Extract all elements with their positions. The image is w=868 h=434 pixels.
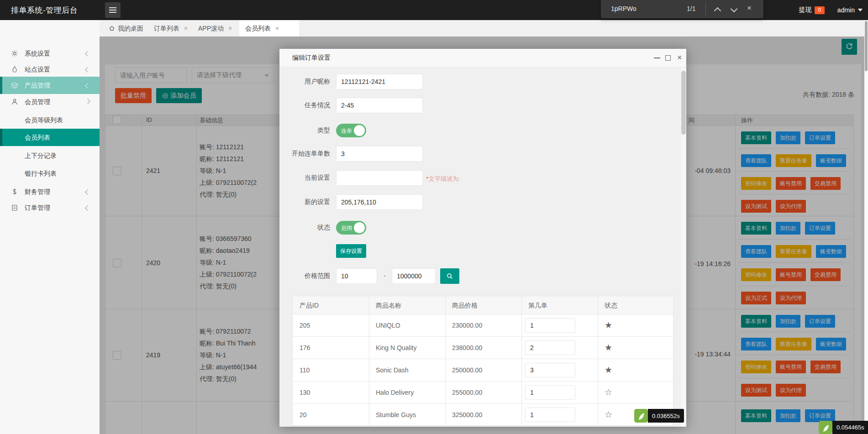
dialog-title: 编辑订单设置 (292, 54, 331, 62)
edit-order-settings-dialog: 编辑订单设置 × 用户昵称 任务情况 类型 连单 开始连单单数 当前设置 *文字… (279, 49, 686, 427)
sidebar-item-label: 财务管理 (25, 183, 50, 200)
field-label-price-range: 价格范围 (279, 272, 330, 280)
sidebar-item-member-list[interactable]: 会员列表 (0, 129, 100, 146)
field-label-new-setting: 新的设置 (279, 198, 330, 206)
product-price: 325000.00 (452, 411, 482, 418)
sidebar-item-updown-records[interactable]: 上下分记录 (0, 147, 100, 164)
note-text: 文字描述为: (429, 175, 460, 182)
dialog-header: 编辑订单设置 × (279, 49, 686, 67)
sidebar-item-system-settings[interactable]: 系统设置 (0, 45, 100, 62)
header-right: 提现 0 admin (799, 0, 863, 20)
order-number-input[interactable] (525, 318, 575, 333)
sidebar-subitem-label: 上下分记录 (25, 147, 57, 164)
chevron-left-icon (85, 67, 90, 72)
product-id: 130 (300, 389, 310, 396)
tab-app-scroll[interactable]: APP滚动× (198, 20, 232, 37)
col-product-id: 产品ID (300, 302, 319, 310)
star-icon[interactable]: ★ (605, 320, 612, 330)
price-max-input[interactable] (392, 268, 436, 284)
product-id: 20 (300, 411, 307, 418)
close-icon[interactable]: × (275, 25, 279, 32)
maximize-icon[interactable] (665, 55, 671, 61)
sidebar-item-product-management[interactable]: 产品管理 (0, 77, 100, 94)
product-id: 176 (300, 344, 310, 351)
product-price: 250000.00 (452, 366, 482, 374)
star-icon[interactable]: ★ (605, 342, 612, 353)
star-icon[interactable]: ☆ (605, 387, 612, 397)
drop-icon (11, 66, 18, 73)
product-name: King N Quality (376, 344, 416, 351)
product-row: 130 Halo Delivery 255000.00 ☆ (293, 382, 673, 404)
sidebar-subitem-label: 会员列表 (25, 129, 50, 146)
find-previous-icon[interactable] (714, 7, 721, 15)
search-icon (446, 272, 453, 280)
products-table: 产品ID 商品名称 商品价格 第几单 状态 205 UNIQLO 230000.… (292, 296, 673, 426)
product-id: 205 (300, 322, 310, 329)
order-number-input[interactable] (525, 408, 575, 422)
current-setting-input[interactable] (336, 170, 423, 186)
tab-member-list[interactable]: 会员列表× (239, 20, 299, 37)
scrollbar-thumb[interactable] (865, 21, 868, 71)
sidebar-item-member-level-list[interactable]: 会员等级列表 (0, 111, 100, 129)
order-number-input[interactable] (525, 363, 575, 377)
field-label-nickname: 用户昵称 (279, 78, 330, 86)
price-min-input[interactable] (336, 268, 377, 284)
close-icon[interactable]: × (228, 25, 232, 32)
start-count-input[interactable] (336, 146, 423, 162)
product-row: 176 King N Quality 238000.00 ★ (293, 337, 673, 359)
perf-badge-inner: 0.036552s (634, 409, 684, 423)
hamburger-menu-icon[interactable] (105, 2, 121, 18)
product-price: 255000.00 (452, 389, 482, 396)
user-menu[interactable]: admin (837, 6, 863, 14)
dialog-scrollbar[interactable]: ▾ (681, 67, 686, 427)
field-label-status: 状态 (279, 224, 330, 232)
minimize-icon[interactable] (654, 58, 660, 58)
status-toggle[interactable]: 启用 (336, 221, 366, 235)
sidebar-item-site-settings[interactable]: 站点设置 (0, 61, 100, 78)
sidebar-item-bank-card-list[interactable]: 银行卡列表 (0, 165, 100, 182)
new-setting-input[interactable] (336, 194, 423, 210)
type-toggle[interactable]: 连单 (336, 124, 366, 137)
find-next-icon[interactable] (731, 5, 738, 13)
order-number-input[interactable] (525, 340, 575, 355)
sidebar-item-member-management[interactable]: 会员管理 (0, 93, 100, 110)
toggle-label: 连单 (341, 127, 352, 135)
sidebar-item-order-management[interactable]: 订单管理 (0, 199, 100, 216)
sidebar-item-label: 系统设置 (25, 45, 50, 62)
tab-my-desktop[interactable]: 我的桌面 (109, 20, 143, 37)
withdraw-menu[interactable]: 提现 0 (799, 6, 825, 14)
find-query[interactable]: 1pRPWo (611, 5, 637, 12)
scrollbar-thumb[interactable] (681, 71, 686, 135)
perf-time: 0.036552s (648, 409, 684, 423)
app-title: 排单系统-管理后台 (11, 5, 78, 16)
tab-order-list[interactable]: 订单列表× (154, 20, 188, 37)
product-price: 230000.00 (452, 322, 482, 329)
save-settings-button[interactable]: 保存设置 (336, 244, 366, 258)
product-id: 110 (300, 366, 310, 374)
gear-icon (11, 50, 18, 57)
nickname-input[interactable] (336, 74, 423, 89)
leaf-icon (819, 421, 832, 434)
field-label-start-count: 开始连单单数 (279, 150, 330, 158)
sidebar-item-finance-management[interactable]: 财务管理 (0, 183, 100, 200)
sidebar-item-label: 产品管理 (25, 77, 50, 94)
product-search-button[interactable] (440, 268, 459, 284)
order-number-input[interactable] (525, 385, 575, 400)
box-icon (11, 82, 18, 89)
sidebar-item-label: 订单管理 (25, 199, 50, 216)
dollar-icon (11, 188, 18, 195)
task-input[interactable] (336, 98, 423, 113)
withdraw-label: 提现 (799, 6, 812, 14)
page-scrollbar[interactable] (864, 20, 868, 434)
close-icon[interactable]: × (184, 25, 188, 32)
star-icon[interactable]: ★ (605, 365, 612, 375)
chevron-left-icon (85, 189, 90, 194)
toggle-knob (354, 222, 365, 233)
star-icon[interactable]: ☆ (605, 409, 612, 420)
find-close-icon[interactable]: × (747, 4, 752, 13)
tab-bar: 我的桌面 订单列表× APP滚动× 会员列表× (100, 20, 868, 37)
close-icon[interactable]: × (677, 52, 682, 63)
field-label-type: 类型 (279, 126, 330, 135)
product-name: Halo Delivery (376, 389, 414, 396)
find-match-count: 1/1 (687, 5, 695, 12)
